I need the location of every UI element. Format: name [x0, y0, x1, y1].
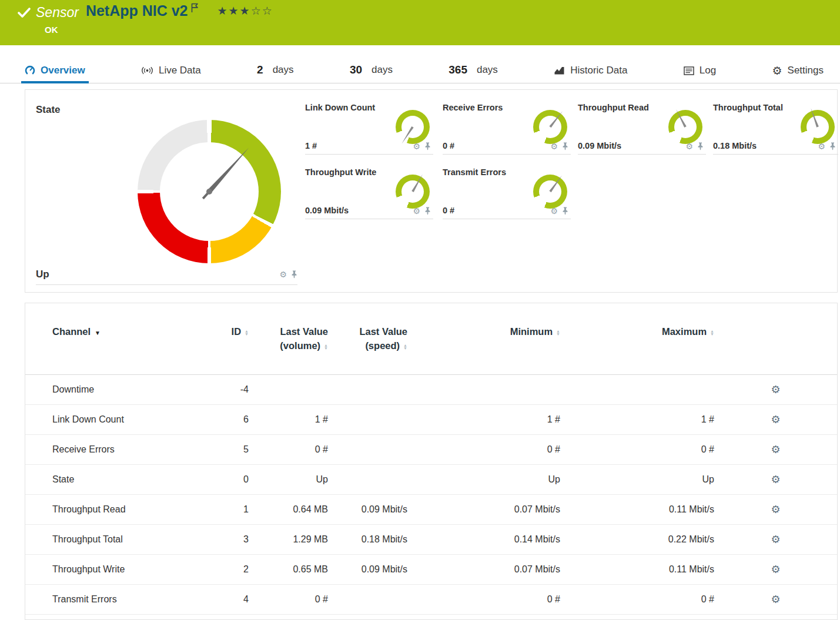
- maximum-value: 0 #: [560, 594, 714, 605]
- tab-historic-data[interactable]: Historic Data: [550, 61, 631, 83]
- gauge-title: Transmit Errors: [443, 167, 506, 177]
- gear-icon[interactable]: ⚙: [413, 207, 420, 215]
- pin-icon[interactable]: [424, 142, 431, 150]
- channel-settings-gear-icon[interactable]: ⚙: [771, 534, 780, 545]
- overview-panel: State Up ⚙ Link Down Count 1 # ⚙ Re: [25, 89, 838, 293]
- last-value-volume: 0 #: [249, 594, 328, 605]
- sensor-kind-label: Sensor: [36, 5, 79, 21]
- table-row-receive-errors[interactable]: Receive Errors 5 0 # 0 # 0 # ⚙: [25, 435, 837, 465]
- sort-arrows-icon: ▲▼: [710, 330, 714, 336]
- priority-flag-icon[interactable]: [191, 3, 199, 13]
- tab-log[interactable]: Log: [680, 61, 719, 83]
- settings-gear-icon: ⚙: [772, 65, 782, 76]
- gauge-card-transmit-errors: Transmit Errors 0 # ⚙: [443, 165, 571, 219]
- state-gauge-title: State: [36, 104, 61, 116]
- maximum-value: 0 #: [560, 444, 714, 455]
- gauge-value: 0 #: [443, 141, 454, 150]
- tab-settings[interactable]: ⚙ Settings: [769, 61, 827, 83]
- table-row-downtime[interactable]: Downtime -4 ⚙: [25, 375, 837, 405]
- pin-icon[interactable]: [697, 142, 704, 150]
- channel-name: Downtime: [52, 384, 212, 395]
- gauge-value: 0.09 Mbit/s: [305, 206, 349, 215]
- table-header-row: Channel▼ ID▲▼ Last Value (volume)▲▼ Last…: [25, 303, 837, 375]
- last-value-volume: Up: [249, 474, 328, 485]
- sensor-header: Sensor NetApp NIC v2 ★★★☆☆ OK: [0, 0, 840, 45]
- state-gauge-footer: Up ⚙: [36, 264, 297, 285]
- tab-overview[interactable]: Overview: [21, 61, 89, 83]
- channels-table-panel: Channel▼ ID▲▼ Last Value (volume)▲▼ Last…: [25, 303, 838, 620]
- last-value-speed: 0.09 Mbit/s: [328, 564, 407, 575]
- channel-settings-gear-icon[interactable]: ⚙: [771, 444, 780, 455]
- maximum-value: 0.11 Mbit/s: [560, 504, 714, 515]
- stars-filled[interactable]: ★★★: [217, 5, 251, 17]
- column-header-last-value-volume[interactable]: Last Value (volume)▲▼: [249, 324, 328, 353]
- stars-empty[interactable]: ☆☆: [251, 5, 273, 17]
- column-header-last-value-speed[interactable]: Last Value (speed)▲▼: [328, 324, 407, 353]
- pin-icon[interactable]: [562, 207, 568, 215]
- sort-arrows-icon: ▲▼: [556, 330, 560, 336]
- table-row-throughput-total[interactable]: Throughput Total 3 1.29 MB 0.18 Mbit/s 0…: [25, 525, 837, 555]
- channel-settings-gear-icon[interactable]: ⚙: [771, 594, 780, 605]
- channel-id: 2: [212, 564, 249, 575]
- column-header-minimum[interactable]: Minimum▲▼: [407, 324, 560, 339]
- maximum-value: 0.11 Mbit/s: [560, 564, 714, 575]
- gauge-title: Throughput Read: [578, 103, 649, 112]
- table-row-transmit-errors[interactable]: Transmit Errors 4 0 # 0 # 0 # ⚙: [25, 585, 837, 615]
- channel-settings-gear-icon[interactable]: ⚙: [771, 384, 780, 396]
- column-header-maximum[interactable]: Maximum▲▼: [560, 324, 714, 339]
- log-icon: [684, 66, 694, 75]
- minimum-value: 0 #: [407, 594, 560, 605]
- gauge-icon: [25, 65, 35, 76]
- gear-icon[interactable]: ⚙: [279, 270, 287, 279]
- gear-icon[interactable]: ⚙: [685, 142, 693, 150]
- pin-icon[interactable]: [829, 142, 836, 150]
- live-data-icon: [141, 66, 153, 75]
- gauge-card-throughput-write: Throughput Write 0.09 Mbit/s ⚙: [305, 165, 433, 219]
- pin-icon[interactable]: [562, 142, 568, 150]
- gauge-dial: [396, 110, 430, 144]
- minimum-value: 0.14 Mbit/s: [407, 534, 560, 545]
- table-row-link-down-count[interactable]: Link Down Count 6 1 # 1 # 1 # ⚙: [25, 405, 837, 435]
- tab-live-data[interactable]: Live Data: [138, 61, 205, 83]
- column-header-channel[interactable]: Channel▼: [52, 324, 212, 340]
- gauge-card-receive-errors: Receive Errors 0 # ⚙: [443, 100, 571, 155]
- channel-name: State: [52, 474, 212, 485]
- gear-icon[interactable]: ⚙: [818, 142, 825, 150]
- pin-icon[interactable]: [424, 207, 431, 215]
- table-row-throughput-read[interactable]: Throughput Read 1 0.64 MB 0.09 Mbit/s 0.…: [25, 495, 837, 525]
- tab-365-days[interactable]: 365days: [445, 59, 501, 83]
- tab-2-days[interactable]: 2days: [253, 59, 297, 83]
- gear-icon[interactable]: ⚙: [550, 207, 558, 215]
- last-value-volume: 1.29 MB: [249, 534, 328, 545]
- gauge-dial: [533, 175, 567, 209]
- gauge-ring: [668, 110, 702, 144]
- channel-settings-gear-icon[interactable]: ⚙: [771, 414, 780, 425]
- last-value-speed: 0.09 Mbit/s: [328, 504, 407, 515]
- gear-icon[interactable]: ⚙: [413, 142, 420, 150]
- tab-30-days[interactable]: 30days: [346, 59, 396, 83]
- last-value-volume: 0.64 MB: [249, 504, 328, 515]
- pin-icon[interactable]: [291, 270, 297, 279]
- channel-settings-gear-icon[interactable]: ⚙: [771, 564, 780, 575]
- gauge-dial: [396, 175, 430, 209]
- column-header-id[interactable]: ID▲▼: [212, 324, 249, 339]
- state-gauge-hub: [206, 189, 212, 195]
- sensor-title: NetApp NIC v2: [86, 2, 188, 19]
- gear-icon[interactable]: ⚙: [550, 142, 558, 150]
- state-value: Up: [36, 269, 49, 280]
- channel-settings-gear-icon[interactable]: ⚙: [771, 504, 780, 515]
- gauge-dial: [801, 110, 835, 144]
- gauge-value: 0 #: [443, 206, 454, 215]
- gauge-title: Throughput Write: [305, 167, 376, 177]
- minimum-value: 0 #: [407, 444, 560, 455]
- table-row-throughput-write[interactable]: Throughput Write 2 0.65 MB 0.09 Mbit/s 0…: [25, 555, 837, 585]
- sort-caret-icon: ▼: [95, 330, 101, 336]
- minimum-value: 1 #: [407, 414, 560, 425]
- state-gauge-needle: [208, 146, 251, 193]
- channel-settings-gear-icon[interactable]: ⚙: [771, 474, 780, 485]
- gauge-title: Throughput Total: [713, 103, 783, 112]
- priority-stars[interactable]: ★★★☆☆: [217, 4, 273, 18]
- table-row-state[interactable]: State 0 Up Up Up ⚙: [25, 465, 837, 495]
- sort-arrows-icon: ▲▼: [403, 344, 407, 350]
- gauge-dial: [668, 110, 702, 144]
